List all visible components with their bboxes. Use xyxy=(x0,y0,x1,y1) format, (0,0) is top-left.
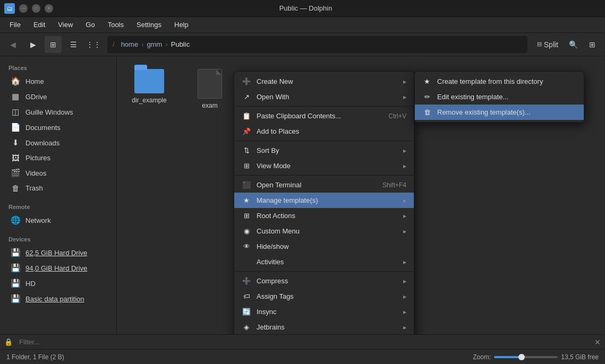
search-button[interactable]: 🔍 xyxy=(565,36,582,53)
sidebar-item-hd1[interactable]: 💾 62,5 GiB Hard Drive xyxy=(2,245,114,260)
split-button[interactable]: ⊟ Split xyxy=(533,36,563,53)
sidebar-label-home: Home xyxy=(25,77,44,85)
zoom-thumb xyxy=(518,354,525,360)
ctx-paste[interactable]: 📋 Paste Clipboard Contents... Ctrl+V xyxy=(234,108,414,124)
ctx-jetbrains[interactable]: ◈ Jetbrains ▸ xyxy=(234,319,414,334)
ctx-add-places[interactable]: 📌 Add to Places xyxy=(234,124,414,139)
hd4-icon: 💾 xyxy=(11,294,20,304)
minimize-btn[interactable]: ─ xyxy=(19,4,28,13)
sidebar-item-hd4[interactable]: 💾 Basic data partition xyxy=(2,291,114,306)
toolbar-right: ⊟ Split 🔍 ⊞ xyxy=(533,36,601,53)
sort-by-arrow-icon: ▸ xyxy=(403,147,406,154)
ctx-create-new-label: Create New xyxy=(257,77,398,85)
ctx-assign-tags[interactable]: 🏷 Assign Tags ▸ xyxy=(234,289,414,304)
close-btn[interactable]: ✕ xyxy=(45,4,53,13)
sidebar-item-hd2[interactable]: 💾 94,0 GiB Hard Drive xyxy=(2,261,114,275)
ctx-root-actions[interactable]: ⊞ Root Actions ▸ xyxy=(234,208,414,223)
sub-create-from-dir[interactable]: ★ Create template from this directory xyxy=(415,74,584,89)
ctx-open-with[interactable]: ↗ Open With ▸ xyxy=(234,89,414,105)
breadcrumb-gmm[interactable]: gmm xyxy=(147,40,163,48)
sub-remove-existing-label: Remove existing template(s)... xyxy=(437,108,531,116)
ctx-open-terminal[interactable]: ⬛ Open Terminal Shift+F4 xyxy=(234,177,414,193)
view-compact-button[interactable]: ⋮⋮ xyxy=(85,36,102,53)
sidebar-item-hd3[interactable]: 💾 HD xyxy=(2,276,114,291)
ctx-manage-templates[interactable]: ★ Manage template(s) ▸ xyxy=(234,193,414,208)
disk-free: 13,5 GiB free xyxy=(561,353,599,361)
back-button[interactable]: ◀ xyxy=(4,36,21,53)
paste-icon: 📋 xyxy=(242,112,251,120)
statusbar: 1 Folder, 1 File (2 B) Zoom: 13,5 GiB fr… xyxy=(0,349,605,364)
ctx-open-terminal-label: Open Terminal xyxy=(257,181,377,189)
menu-help[interactable]: Help xyxy=(169,19,194,31)
hide-show-icon: 👁 xyxy=(242,242,251,250)
menu-edit[interactable]: Edit xyxy=(28,19,50,31)
ctx-add-places-label: Add to Places xyxy=(257,127,406,135)
file-content-area[interactable]: dir_example exam ➕ Create New ▸ ↗ Open W… xyxy=(117,56,605,334)
menu-go[interactable]: Go xyxy=(80,19,100,31)
breadcrumb-home[interactable]: home xyxy=(121,40,139,48)
manage-templates-icon: ★ xyxy=(242,196,251,204)
hd2-icon: 💾 xyxy=(11,263,20,273)
add-places-icon: 📌 xyxy=(242,127,251,135)
custom-menu-arrow-icon: ▸ xyxy=(403,228,406,235)
file-item-exam[interactable]: exam xyxy=(186,65,234,114)
sidebar-item-network[interactable]: 🌐 Network xyxy=(2,213,114,228)
forward-button[interactable]: ▶ xyxy=(24,36,41,53)
ctx-compress[interactable]: ➕ Compress ▸ xyxy=(234,273,414,289)
activities-arrow-icon: ▸ xyxy=(403,258,406,266)
sidebar-item-trash[interactable]: 🗑 Trash xyxy=(2,181,114,195)
ctx-sort-by[interactable]: ⇅ Sort By ▸ xyxy=(234,143,414,158)
sidebar-label-hd4: Basic data partition xyxy=(25,295,84,303)
jetbrains-arrow-icon: ▸ xyxy=(403,324,406,331)
split-label: Split xyxy=(544,40,558,49)
terminal-button[interactable]: ⊞ xyxy=(584,36,601,53)
sub-remove-existing[interactable]: 🗑 Remove existing template(s)... xyxy=(415,105,584,120)
file-item-dir-example[interactable]: dir_example xyxy=(125,65,173,108)
jetbrains-icon: ◈ xyxy=(242,323,251,331)
create-new-arrow-icon: ▸ xyxy=(403,78,406,85)
ctx-view-mode[interactable]: ⊞ View Mode ▸ xyxy=(234,158,414,174)
ctx-create-new[interactable]: ➕ Create New ▸ xyxy=(234,74,414,89)
open-with-icon: ↗ xyxy=(242,93,251,101)
sidebar-item-gdrive[interactable]: ▦ GDrive xyxy=(2,89,114,104)
context-menu: ➕ Create New ▸ ↗ Open With ▸ 📋 Paste Cli… xyxy=(234,71,414,334)
filter-input[interactable] xyxy=(17,338,590,346)
ctx-open-with-label: Open With xyxy=(257,93,398,101)
sub-edit-existing[interactable]: ✏ Edit existing template... xyxy=(415,89,584,105)
sidebar-item-videos[interactable]: 🎬 Videos xyxy=(2,166,114,180)
compress-icon: ➕ xyxy=(242,277,251,285)
sidebar-item-guille-windows[interactable]: ◫ Guille Windows xyxy=(2,105,114,119)
ctx-insync[interactable]: 🔄 Insync ▸ xyxy=(234,304,414,319)
ctx-activities[interactable]: Activities ▸ xyxy=(234,254,414,270)
maximize-btn[interactable]: □ xyxy=(32,4,40,13)
menu-file[interactable]: File xyxy=(4,19,26,31)
hd3-icon: 💾 xyxy=(11,279,20,288)
sidebar-item-downloads[interactable]: ⬇ Downloads xyxy=(2,135,114,150)
custom-menu-icon: ◉ xyxy=(242,227,251,235)
view-mode-icon: ⊞ xyxy=(242,162,251,170)
menu-view[interactable]: View xyxy=(53,19,78,31)
ctx-root-actions-label: Root Actions xyxy=(257,212,398,220)
sidebar-item-documents[interactable]: 📄 Documents xyxy=(2,120,114,135)
menu-settings[interactable]: Settings xyxy=(131,19,167,31)
menu-tools[interactable]: Tools xyxy=(103,19,129,31)
view-list-button[interactable]: ☰ xyxy=(65,36,82,53)
sidebar-label-hd2: 94,0 GiB Hard Drive xyxy=(25,264,87,272)
sidebar-label-videos: Videos xyxy=(25,169,47,177)
filter-bar: 🔒 ✕ xyxy=(0,334,605,349)
compress-arrow-icon: ▸ xyxy=(403,278,406,285)
filter-lock-icon: 🔒 xyxy=(2,338,15,346)
ctx-hide-show[interactable]: 👁 Hide/show xyxy=(234,239,414,254)
ctx-separator-2 xyxy=(234,141,414,141)
menubar: File Edit View Go Tools Settings Help xyxy=(0,17,605,33)
sidebar-item-home[interactable]: 🏠 Home xyxy=(2,74,114,89)
ctx-custom-menu[interactable]: ◉ Custom Menu ▸ xyxy=(234,223,414,239)
filter-close-button[interactable]: ✕ xyxy=(592,337,603,348)
sidebar-label-guille-windows: Guille Windows xyxy=(25,108,73,116)
sidebar-item-pictures[interactable]: 🖼 Pictures xyxy=(2,151,114,165)
sidebar-label-downloads: Downloads xyxy=(25,139,59,147)
sidebar-label-hd3: HD xyxy=(25,280,36,288)
view-icons-button[interactable]: ⊞ xyxy=(45,36,62,53)
zoom-slider[interactable] xyxy=(494,356,558,358)
ctx-activities-label: Activities xyxy=(257,258,398,266)
